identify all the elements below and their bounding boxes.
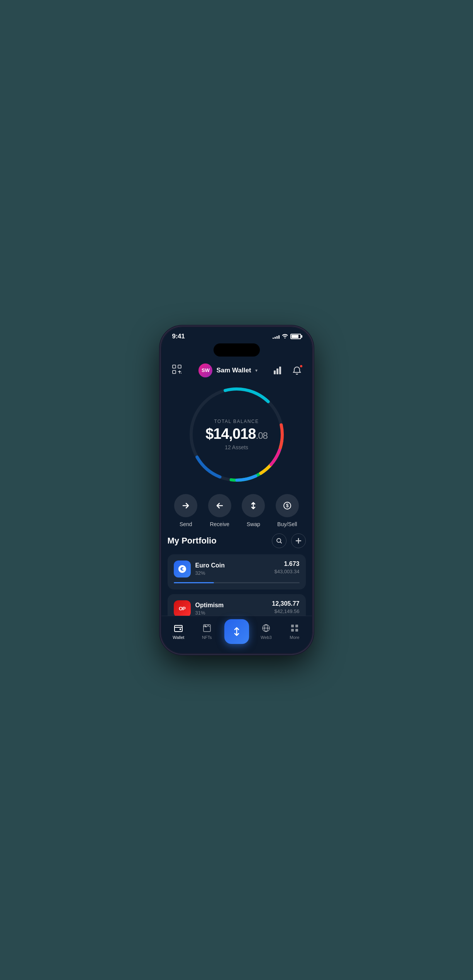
svg-rect-1 [178,365,181,368]
portfolio-section: My Portfolio [161,533,312,616]
tab-nfts[interactable]: NFTs [193,623,221,640]
swap-icon-circle [242,494,265,517]
portfolio-header: My Portfolio [168,533,306,548]
portfolio-title: My Portfolio [168,536,217,546]
asset-right-optimism: 12,305.77 $42,149.56 [272,600,299,614]
dynamic-island [214,343,260,357]
svg-rect-7 [274,370,276,374]
header: SW Sam Wallet ▾ [161,360,312,384]
svg-text:$: $ [286,503,288,508]
nfts-tab-icon [202,623,212,633]
signal-bars-icon [273,334,280,339]
svg-rect-29 [291,629,294,632]
status-icons [273,333,301,340]
signal-bar-1 [273,338,274,339]
asset-right: 1.673 $43,003.34 [274,560,299,574]
svg-rect-27 [291,625,294,627]
svg-rect-28 [295,625,298,627]
asset-left: Euro Coin 32% [174,560,225,577]
tab-bar: Wallet NFTs [161,616,312,653]
svg-rect-8 [276,369,278,374]
chevron-down-icon: ▾ [255,368,258,373]
wallet-tab-label: Wallet [173,635,184,640]
scan-button[interactable] [169,363,185,378]
battery-fill [292,335,299,338]
status-bar: 9:41 [161,327,312,343]
total-balance-label: TOTAL BALANCE [205,419,268,424]
asset-name-optimism: Optimism [195,602,224,609]
receive-button[interactable]: Receive [208,494,231,527]
balance-amount: $14,018.08 [205,426,268,441]
center-swap-button[interactable] [224,619,249,644]
action-buttons: Send Receive Swap [161,485,312,533]
wifi-icon [282,333,288,340]
receive-icon-circle [208,494,231,517]
scan-icon [172,364,182,377]
asset-item-optimism[interactable]: OP Optimism 31% 12,305.77 $42,149.56 [168,594,306,616]
status-time: 9:41 [172,333,185,340]
notification-badge [299,364,303,368]
buysell-label: Buy/Sell [277,521,297,527]
swap-button[interactable]: Swap [242,494,265,527]
asset-usd-euro-coin: $43,003.34 [274,569,299,574]
receive-label: Receive [210,521,229,527]
screen: 9:41 [161,327,312,653]
svg-rect-9 [279,367,281,374]
asset-progress-fill-euro-coin [174,582,214,583]
signal-bar-2 [275,337,276,339]
more-tab-label: More [290,635,299,640]
portfolio-add-button[interactable] [291,533,306,548]
balance-ring: TOTAL BALANCE $14,018.08 12 Assets [186,384,287,485]
header-actions [271,363,304,377]
web3-tab-label: Web3 [261,635,272,640]
more-tab-icon [290,623,300,633]
tab-wallet[interactable]: Wallet [164,623,193,640]
nfts-tab-label: NFTs [202,635,212,640]
phone-frame: 9:41 [161,327,312,653]
asset-top-row: Euro Coin 32% 1.673 $43,003.34 [174,560,300,577]
svg-point-24 [205,626,206,627]
user-profile-button[interactable]: SW Sam Wallet ▾ [198,363,257,377]
portfolio-search-button[interactable] [272,533,287,548]
send-button[interactable]: Send [174,494,197,527]
user-name: Sam Wallet [216,367,251,374]
asset-info: Euro Coin 32% [195,562,225,576]
asset-amount-euro-coin: 1.673 [274,560,299,567]
wallet-tab-icon [173,623,183,633]
svg-rect-22 [180,628,181,630]
optimism-icon: OP [174,600,191,616]
asset-name-euro-coin: Euro Coin [195,562,225,569]
chart-button[interactable] [271,363,285,377]
asset-left-optimism: OP Optimism 31% [174,600,224,616]
tab-web3[interactable]: Web3 [252,623,281,640]
send-label: Send [180,521,192,527]
asset-percent-optimism: 31% [195,610,224,616]
swap-arrows-icon [231,626,242,637]
asset-top-row-optimism: OP Optimism 31% 12,305.77 $42,149.56 [174,600,300,616]
signal-bar-4 [278,335,280,339]
svg-rect-21 [175,625,182,632]
buysell-button[interactable]: $ Buy/Sell [276,494,299,527]
tab-more[interactable]: More [280,623,309,640]
avatar: SW [198,363,212,377]
battery-icon [290,334,301,339]
asset-info-optimism: Optimism 31% [195,602,224,616]
asset-item-euro-coin[interactable]: Euro Coin 32% 1.673 $43,003.34 [168,554,306,589]
svg-rect-2 [173,370,176,374]
send-icon-circle [174,494,197,517]
balance-section: TOTAL BALANCE $14,018.08 12 Assets [161,384,312,485]
svg-rect-0 [173,365,176,368]
swap-label: Swap [247,521,260,527]
balance-center: TOTAL BALANCE $14,018.08 12 Assets [205,419,268,450]
portfolio-actions [272,533,306,548]
signal-bar-3 [276,336,278,339]
assets-count: 12 Assets [205,444,268,450]
asset-amount-optimism: 12,305.77 [272,600,299,607]
asset-percent-euro-coin: 32% [195,570,225,576]
euro-coin-icon [174,560,191,577]
asset-usd-optimism: $42,149.56 [272,608,299,614]
notifications-button[interactable] [290,363,304,377]
balance-cents: .08 [256,430,268,441]
buysell-icon-circle: $ [276,494,299,517]
web3-tab-icon [261,623,271,633]
